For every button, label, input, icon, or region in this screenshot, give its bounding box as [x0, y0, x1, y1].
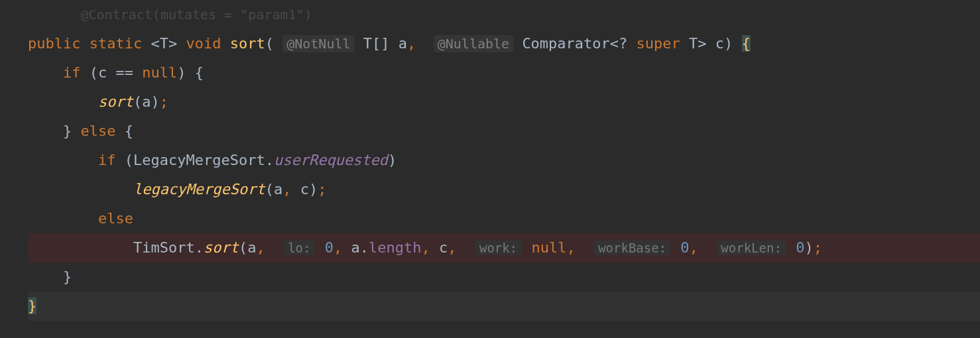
wildcard: ?: [619, 35, 627, 52]
annotation-notnull: @NotNull: [282, 35, 354, 52]
type-param: T: [689, 35, 698, 52]
lparen: (: [265, 181, 274, 197]
lparen: (: [125, 152, 133, 168]
semicolon: ;: [814, 239, 822, 256]
comma: ,: [334, 239, 342, 256]
annotation-nullable: @Nullable: [434, 35, 513, 52]
angle-bracket: <: [610, 35, 619, 52]
keyword-if: if: [98, 152, 116, 168]
method-call-sort: sort: [98, 93, 133, 110]
angle-bracket: >: [168, 35, 177, 52]
code-line[interactable]: sort(a);: [28, 87, 980, 117]
number-zero: 0: [796, 239, 804, 256]
code-editor[interactable]: @Contract(mutates = "param1") public sta…: [0, 0, 980, 321]
lparen: (: [133, 93, 142, 110]
number-zero: 0: [325, 239, 334, 256]
comma: ,: [282, 181, 291, 197]
param-hint-workbase: workBase:: [594, 241, 670, 255]
ident-c: c: [300, 181, 309, 197]
ident-a: a: [274, 181, 282, 197]
dot: .: [265, 152, 274, 168]
dot: .: [195, 239, 204, 256]
brace-open: {: [125, 123, 133, 139]
keyword-public: public: [28, 35, 80, 52]
comma: ,: [566, 239, 575, 256]
dot: .: [360, 239, 369, 256]
type-param: T: [160, 35, 168, 52]
ident-c: c: [439, 239, 448, 256]
keyword-super: super: [637, 35, 680, 52]
code-line[interactable]: else: [28, 204, 980, 233]
code-line[interactable]: }: [28, 262, 980, 292]
keyword-null: null: [142, 64, 177, 81]
lparen: (: [239, 239, 247, 256]
ident-a: a: [247, 239, 256, 256]
type-comparator: Comparator: [522, 35, 609, 52]
keyword-void: void: [186, 35, 221, 52]
rparen: ): [309, 181, 318, 197]
code-line[interactable]: legacyMergeSort(a, c);: [28, 175, 980, 204]
number-zero: 0: [680, 239, 689, 256]
param-hint-lo: lo:: [284, 241, 314, 255]
keyword-null: null: [531, 239, 566, 256]
comma: ,: [421, 239, 430, 256]
ident-a: a: [351, 239, 359, 256]
brace-open: {: [742, 35, 751, 52]
brace-close-match: }: [28, 298, 36, 314]
keyword-else: else: [98, 210, 133, 227]
rparen: ): [388, 152, 397, 168]
rparen: ): [724, 35, 733, 52]
line-background: [28, 292, 980, 321]
class-legacymergesort: LegacyMergeSort: [133, 152, 265, 168]
comma: ,: [256, 239, 265, 256]
comma: ,: [448, 239, 456, 256]
class-timsort: TimSort: [133, 239, 195, 256]
keyword-else: else: [80, 123, 115, 139]
field-length: length: [369, 239, 421, 256]
param-a: a: [398, 35, 407, 52]
code-line-highlighted[interactable]: TimSort.sort(a, lo: 0, a.length, c, work…: [28, 233, 980, 262]
method-name: sort: [230, 35, 265, 52]
param-c: c: [715, 35, 724, 52]
code-line[interactable]: } else {: [28, 117, 980, 146]
keyword-static: static: [90, 35, 142, 52]
angle-bracket: >: [698, 35, 706, 52]
lparen: (: [265, 35, 274, 52]
comma: ,: [407, 35, 416, 52]
lparen: (: [90, 64, 98, 81]
op-eq: ==: [115, 64, 133, 81]
keyword-if: if: [63, 64, 81, 81]
brace-close: }: [63, 123, 72, 139]
type-ref: T[]: [363, 35, 398, 52]
code-line[interactable]: if (LegacyMergeSort.userRequested): [28, 146, 980, 175]
rparen: ): [151, 93, 159, 110]
brace-close: }: [63, 268, 72, 285]
method-call-legacymergesort: legacyMergeSort: [133, 181, 265, 197]
param-hint-work: work:: [475, 241, 521, 255]
angle-bracket: <: [151, 35, 159, 52]
code-line[interactable]: }: [28, 292, 980, 321]
method-call-sort: sort: [204, 239, 239, 256]
semicolon: ;: [160, 93, 168, 110]
ident-c: c: [98, 64, 107, 81]
code-line[interactable]: public static <T> void sort( @NotNull T[…: [28, 29, 980, 58]
brace-open: {: [195, 64, 204, 81]
rparen: ): [177, 64, 186, 81]
semicolon: ;: [318, 181, 326, 197]
param-hint-worklen: workLen:: [717, 241, 786, 255]
field-userrequested: userRequested: [274, 152, 388, 168]
comma: ,: [690, 239, 698, 256]
ident-a: a: [142, 93, 151, 110]
rparen: ): [804, 239, 813, 256]
